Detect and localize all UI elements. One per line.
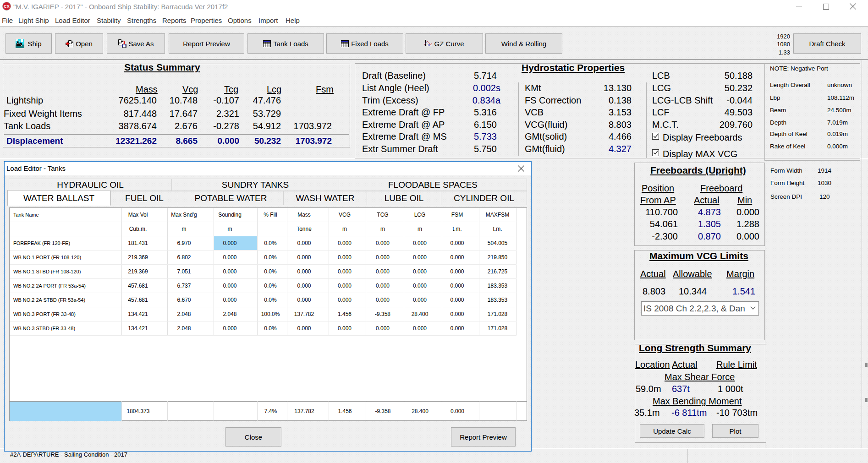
svg-text:CX: CX [4,4,10,9]
